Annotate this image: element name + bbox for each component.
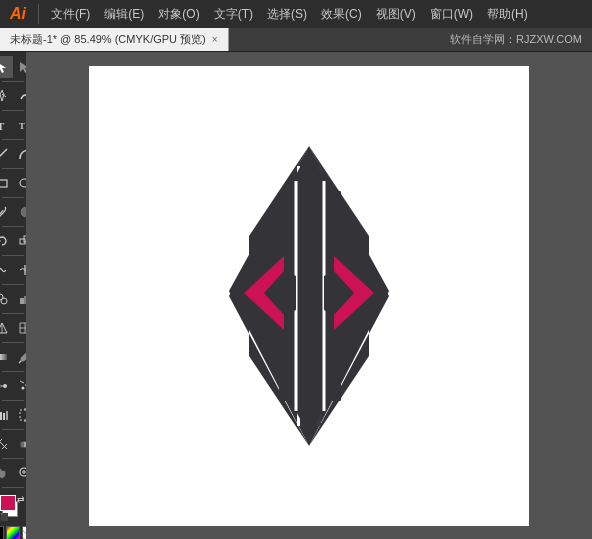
menu-file[interactable]: 文件(F): [45, 4, 96, 25]
active-tab[interactable]: 未标题-1* @ 85.49% (CMYK/GPU 预览) ×: [0, 28, 229, 51]
menu-view[interactable]: 视图(V): [370, 4, 422, 25]
svg-rect-16: [20, 298, 24, 304]
foreground-swatch[interactable]: [0, 495, 16, 511]
column-graph-tool[interactable]: [0, 404, 13, 426]
svg-rect-21: [0, 354, 7, 360]
svg-rect-7: [0, 180, 7, 187]
gradient-swatch[interactable]: [6, 526, 20, 539]
menu-object[interactable]: 对象(O): [152, 4, 205, 25]
none-swatch[interactable]: [0, 526, 4, 539]
selection-tool[interactable]: [0, 56, 13, 78]
paintbrush-tool[interactable]: [0, 201, 13, 223]
toolbar: T T: [0, 52, 26, 539]
selection-tools: [2, 56, 24, 82]
svg-rect-32: [6, 411, 8, 420]
slice-tool[interactable]: [0, 433, 13, 455]
live-paint-tool[interactable]: [14, 288, 27, 310]
svg-marker-61: [324, 271, 334, 315]
artboard: [89, 66, 529, 526]
tab-title: 未标题-1* @ 85.49% (CMYK/GPU 预览): [10, 32, 206, 47]
warp-tool[interactable]: [0, 259, 13, 281]
svg-rect-30: [0, 412, 2, 420]
graph-tools: [2, 404, 24, 430]
blend-tools: [2, 375, 24, 401]
line-tool[interactable]: [0, 143, 13, 165]
arc-tool[interactable]: [14, 143, 27, 165]
scale-tool[interactable]: [14, 230, 27, 252]
menu-bar: Ai 文件(F) 编辑(E) 对象(O) 文字(T) 选择(S) 效果(C) 视…: [0, 0, 592, 28]
swap-colors-icon[interactable]: ⇄: [17, 494, 25, 504]
direct-selection-tool[interactable]: [14, 56, 27, 78]
eyedropper-tool[interactable]: [14, 346, 27, 368]
touch-type-tool[interactable]: T: [14, 114, 27, 136]
shape-builder-tool[interactable]: [0, 288, 13, 310]
rotate-tool[interactable]: [0, 230, 13, 252]
small-swatches: [0, 526, 26, 539]
blob-brush-tool[interactable]: [14, 201, 27, 223]
artboard-tool[interactable]: [14, 404, 27, 426]
rectangle-tool[interactable]: [0, 172, 13, 194]
menu-effect[interactable]: 效果(C): [315, 4, 368, 25]
menu-select[interactable]: 选择(S): [261, 4, 313, 25]
svg-marker-19: [0, 323, 7, 333]
pen-tool[interactable]: [0, 85, 13, 107]
ellipse-tool[interactable]: [14, 172, 27, 194]
menu-edit[interactable]: 编辑(E): [98, 4, 150, 25]
svg-point-2: [1, 90, 3, 92]
svg-line-6: [0, 149, 7, 159]
perspective-grid-tool[interactable]: [0, 317, 13, 339]
svg-point-15: [1, 298, 7, 304]
mesh-tool[interactable]: [14, 317, 27, 339]
tab-bar: 未标题-1* @ 85.49% (CMYK/GPU 预览) × 软件自学网：RJ…: [0, 28, 592, 52]
zoom-tool[interactable]: [14, 462, 27, 484]
gradient-tool[interactable]: [0, 346, 13, 368]
svg-marker-60: [284, 271, 296, 315]
warp-tools: [2, 259, 24, 285]
svg-rect-31: [3, 413, 5, 420]
svg-point-26: [21, 387, 24, 390]
color-area: ⇄ ⬛: [2, 491, 24, 539]
svg-text:T: T: [0, 120, 5, 132]
eraser-tool[interactable]: [14, 433, 27, 455]
menu-window[interactable]: 窗口(W): [424, 4, 479, 25]
canvas-area[interactable]: [26, 52, 592, 539]
main-area: T T: [0, 52, 592, 539]
type-tools: T T: [2, 114, 24, 140]
brush-tools: [2, 201, 24, 227]
logo-artwork: [169, 136, 449, 456]
svg-marker-55: [294, 186, 324, 406]
width-tool[interactable]: [14, 259, 27, 281]
reset-colors-icon[interactable]: ⬛: [0, 513, 9, 521]
line-tools: [2, 143, 24, 169]
menu-help[interactable]: 帮助(H): [481, 4, 534, 25]
perspective-tools: [2, 317, 24, 343]
transform-tools: [2, 230, 24, 256]
svg-text:T: T: [19, 121, 25, 131]
shape-tools: [2, 172, 24, 198]
menu-type[interactable]: 文字(T): [208, 4, 259, 25]
svg-point-24: [3, 384, 7, 388]
blend-tool[interactable]: [0, 375, 13, 397]
tab-close-button[interactable]: ×: [212, 34, 218, 45]
tab-right-info: 软件自学网：RJZXW.COM: [440, 32, 592, 47]
builder-tools: [2, 288, 24, 314]
svg-marker-0: [0, 62, 6, 73]
svg-point-23: [0, 384, 1, 388]
svg-line-22: [19, 361, 21, 363]
slice-tools: [2, 433, 24, 459]
pen-tools: [2, 85, 24, 111]
hand-tool[interactable]: [0, 462, 13, 484]
symbol-sprayer-tool[interactable]: [14, 375, 27, 397]
view-tools: [2, 462, 24, 488]
type-tool[interactable]: T: [0, 114, 13, 136]
gradient-tools: [2, 346, 24, 372]
svg-marker-10: [0, 239, 1, 243]
curvature-tool[interactable]: [14, 85, 27, 107]
app-logo: Ai: [4, 5, 32, 23]
